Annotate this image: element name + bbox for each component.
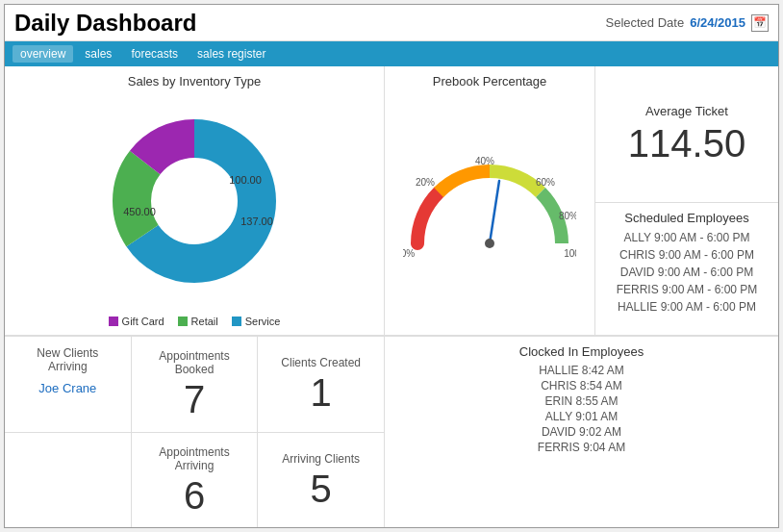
svg-text:100.00: 100.00 <box>229 174 262 186</box>
appointments-arriving-value: 6 <box>184 476 205 515</box>
clocked-in-panel: Clocked In Employees HALLIE 8:42 AM CHRI… <box>385 336 778 527</box>
legend-service: Service <box>232 316 281 327</box>
scheduled-employee-list: ALLY 9:00 AM - 6:00 PM CHRIS 9:00 AM - 6… <box>617 229 758 316</box>
stats-row-1: New Clients Arriving Joe Crane Appointme… <box>5 336 384 432</box>
main-content: Sales by Inventory Type <box>5 66 778 527</box>
avg-ticket-title: Average Ticket <box>645 104 728 118</box>
legend-retail: Retail <box>178 316 218 327</box>
gauge-svg: 0% 20% 40% 60% 80% 100% <box>403 147 576 272</box>
svg-point-14 <box>485 239 494 248</box>
nav-sales[interactable]: sales <box>77 45 119 63</box>
empty-cell <box>5 432 132 528</box>
arriving-clients-title: Arriving Clients <box>282 452 360 466</box>
appointments-booked-value: 7 <box>184 380 205 418</box>
arriving-clients-value: 5 <box>311 469 332 508</box>
arriving-clients-cell: Arriving Clients 5 <box>258 432 384 528</box>
sales-chart-panel: Sales by Inventory Type <box>5 66 384 336</box>
svg-point-3 <box>152 159 237 243</box>
chart-legend: Gift Card Retail Service <box>109 316 281 327</box>
donut-chart-area: 450.00 100.00 137.00 <box>13 92 376 310</box>
clocked-employee-3: ERIN 8:55 AM <box>392 393 770 409</box>
date-area: Selected Date 6/24/2015 📅 <box>605 14 769 32</box>
clocked-employee-5: DAVID 9:02 AM <box>392 424 770 440</box>
prebook-panel: Prebook Percentage <box>385 66 595 335</box>
svg-text:20%: 20% <box>416 177 435 188</box>
stats-grid: New Clients Arriving Joe Crane Appointme… <box>5 336 384 527</box>
avg-ticket-value: 114.50 <box>628 122 745 165</box>
appointments-booked-cell: Appointments Booked 7 <box>132 336 259 432</box>
legend-retail-label: Retail <box>191 316 218 327</box>
appointments-arriving-title: Appointments Arriving <box>143 445 246 472</box>
scheduled-employee-5: HALLIE 9:00 AM - 6:00 PM <box>617 298 758 316</box>
nav-bar: overview sales forecasts sales register <box>5 41 778 66</box>
scheduled-employee-3: DAVID 9:00 AM - 6:00 PM <box>617 264 758 281</box>
header: Daily Dashboard Selected Date 6/24/2015 … <box>5 5 778 41</box>
new-clients-name: Joe Crane <box>38 381 96 395</box>
stats-row-2: Appointments Arriving 6 Arriving Clients… <box>5 432 384 528</box>
clocked-employee-4: ALLY 9:01 AM <box>392 409 770 424</box>
donut-chart-svg: 450.00 100.00 137.00 <box>88 114 300 288</box>
gauge-area: 0% 20% 40% 60% 80% 100% <box>392 92 587 327</box>
legend-service-label: Service <box>245 316 281 327</box>
svg-text:137.00: 137.00 <box>240 215 273 227</box>
legend-service-dot <box>232 317 241 326</box>
scheduled-employee-4: FERRIS 9:00 AM - 6:00 PM <box>617 281 758 298</box>
new-clients-cell: New Clients Arriving Joe Crane <box>5 336 132 432</box>
sales-chart-title: Sales by Inventory Type <box>128 74 262 89</box>
nav-overview[interactable]: overview <box>13 45 73 63</box>
clocked-employee-list: HALLIE 8:42 AM CHRIS 8:54 AM ERIN 8:55 A… <box>392 363 770 455</box>
svg-line-13 <box>490 181 499 243</box>
legend-giftcard-label: Gift Card <box>122 316 164 327</box>
svg-text:0%: 0% <box>403 248 415 259</box>
svg-text:60%: 60% <box>536 177 555 188</box>
nav-forecasts[interactable]: forecasts <box>123 45 186 63</box>
scheduled-title: Scheduled Employees <box>617 211 758 225</box>
nav-sales-register[interactable]: sales register <box>189 45 273 63</box>
page-title: Daily Dashboard <box>14 10 196 37</box>
date-value: 6/24/2015 <box>690 15 745 30</box>
svg-text:100%: 100% <box>564 248 576 259</box>
avg-ticket-scheduled-panel: Average Ticket 114.50 Scheduled Employee… <box>595 66 778 335</box>
legend-giftcard-dot <box>109 317 118 326</box>
svg-text:450.00: 450.00 <box>123 206 156 217</box>
left-column: Sales by Inventory Type <box>5 66 385 527</box>
appointments-booked-title: Appointments Booked <box>143 349 246 376</box>
clocked-employee-1: HALLIE 8:42 AM <box>392 363 770 378</box>
scheduled-employee-1: ALLY 9:00 AM - 6:00 PM <box>617 229 758 246</box>
clients-created-value: 1 <box>311 373 332 412</box>
clients-created-title: Clients Created <box>281 356 361 369</box>
new-clients-title: New Clients Arriving <box>16 346 119 373</box>
avg-ticket-area: Average Ticket 114.50 <box>595 66 778 203</box>
calendar-icon[interactable]: 📅 <box>751 14 769 32</box>
svg-text:80%: 80% <box>559 211 576 221</box>
appointments-arriving-cell: Appointments Arriving 6 <box>132 432 259 528</box>
scheduled-employee-2: CHRIS 9:00 AM - 6:00 PM <box>617 246 758 264</box>
clients-created-cell: Clients Created 1 <box>258 336 384 432</box>
date-label: Selected Date <box>605 15 684 30</box>
right-column: Prebook Percentage <box>385 66 778 527</box>
clocked-employee-2: CHRIS 8:54 AM <box>392 378 770 393</box>
legend-retail-dot <box>178 317 188 326</box>
top-right-area: Prebook Percentage <box>385 66 778 336</box>
legend-giftcard: Gift Card <box>109 316 164 327</box>
clocked-in-title: Clocked In Employees <box>392 344 770 359</box>
prebook-title: Prebook Percentage <box>433 74 547 89</box>
clocked-employee-6: FERRIS 9:04 AM <box>392 440 770 455</box>
svg-text:40%: 40% <box>475 156 494 166</box>
scheduled-panel: Scheduled Employees ALLY 9:00 AM - 6:00 … <box>609 203 766 335</box>
